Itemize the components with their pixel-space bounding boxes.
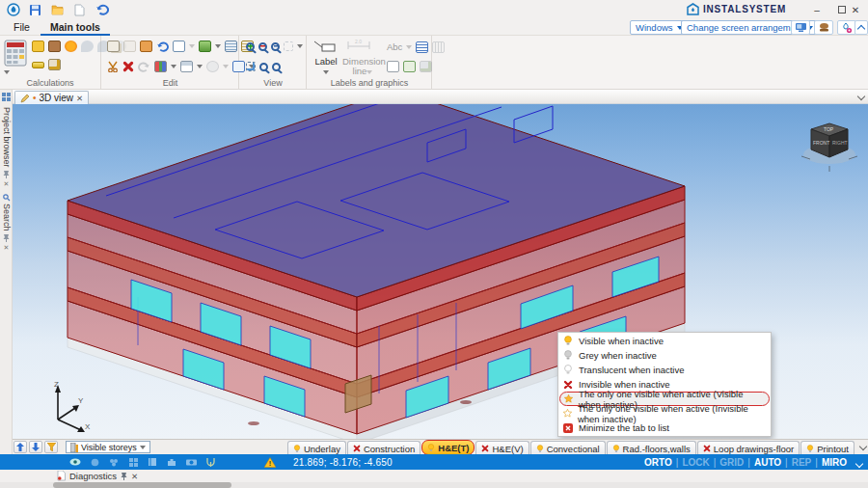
visibility-eye-icon[interactable] — [69, 457, 81, 468]
undo-button[interactable] — [95, 3, 109, 17]
pattern-mode-icon[interactable] — [108, 457, 120, 468]
layer-tab-rad-floors-walls[interactable]: Rad.-floors,walls — [607, 441, 696, 455]
mode-auto[interactable]: AUTO — [754, 457, 781, 468]
heat-source-icon[interactable] — [65, 41, 77, 52]
delete-red-x-icon[interactable] — [122, 61, 134, 72]
label-leader-icon[interactable] — [313, 41, 337, 52]
dimension-style-icon[interactable] — [180, 61, 193, 72]
mode-grid[interactable]: GRID — [719, 457, 744, 468]
move-up-icon[interactable] — [199, 41, 211, 52]
layer-tab-loop-drawings[interactable]: Loop drawings-floor — [697, 441, 800, 455]
collapse-ribbon-button[interactable] — [854, 20, 868, 35]
building-calc-icon[interactable] — [48, 41, 61, 52]
navigation-cube[interactable]: TOP FRONT RIGHT — [799, 116, 860, 176]
menu-item-translucent-when-inactive[interactable]: Translucent when inactive — [559, 363, 770, 377]
select-mode-icon[interactable] — [89, 457, 100, 468]
mode-lock[interactable]: LOCK — [682, 457, 709, 468]
red-x-icon — [353, 445, 361, 452]
visible-storeys-dropdown[interactable]: Visible storeys — [66, 441, 150, 453]
layer-tabs-overflow-chevron[interactable] — [859, 443, 867, 450]
layer-tab-printout[interactable]: Printout — [800, 441, 854, 455]
zoom-area-icon[interactable] — [271, 42, 280, 51]
windows-dropdown[interactable]: Windows — [630, 20, 689, 35]
cube-front-label[interactable]: FRONT — [813, 140, 829, 146]
mode-rep[interactable]: REP — [792, 457, 812, 468]
layers-palette-icon[interactable] — [154, 61, 167, 72]
zoom-out-icon[interactable] — [258, 42, 267, 51]
zoom-selection-icon[interactable] — [246, 62, 256, 71]
measure-fork-icon[interactable] — [204, 457, 216, 468]
layer-tab-construction[interactable]: Construction — [347, 441, 420, 455]
cut-scissors-icon[interactable] — [107, 61, 119, 72]
zoom-in-icon[interactable] — [246, 42, 255, 51]
toolbox-icon[interactable] — [166, 457, 177, 468]
table-insert-icon[interactable] — [403, 61, 416, 72]
pin-icon[interactable] — [3, 170, 10, 178]
storey-filter-button[interactable] — [44, 441, 58, 453]
copy-icon[interactable] — [107, 41, 120, 52]
grid-mode-icon[interactable] — [127, 457, 139, 468]
cube-top-label[interactable]: TOP — [824, 126, 834, 132]
layer-tab-het[interactable]: H&E(T) — [421, 440, 475, 455]
modes-chevron-icon[interactable] — [856, 458, 862, 469]
layers-caret[interactable] — [171, 65, 176, 68]
3d-viewport[interactable]: TOP FRONT RIGHT Z Y X Visible when inact… — [13, 104, 868, 439]
close-panel-icon[interactable]: ✕ — [4, 180, 10, 188]
zoom-all-icon[interactable] — [272, 63, 281, 71]
tab-main-tools[interactable]: Main tools — [41, 19, 110, 36]
warning-icon[interactable]: ! — [264, 457, 276, 468]
close-diagnostics-icon[interactable]: ✕ — [131, 472, 138, 481]
pin-icon[interactable] — [121, 472, 127, 480]
layer-tab-convectional[interactable]: Convectional — [530, 441, 606, 455]
calculator-icon[interactable] — [4, 40, 27, 67]
zoom-window-icon[interactable] — [259, 63, 268, 71]
sidebar-item-project-browser[interactable]: Project browser ✕ — [0, 107, 13, 188]
close-tab-icon[interactable]: ✕ — [76, 94, 83, 103]
layer-tab-underlay[interactable]: Underlay — [287, 441, 346, 455]
save-button[interactable] — [28, 3, 42, 17]
radiator-calc-icon[interactable] — [32, 41, 44, 52]
legend-list-icon[interactable] — [416, 41, 428, 53]
label-button[interactable]: Label — [313, 57, 339, 77]
undo-edit-icon[interactable] — [156, 41, 169, 52]
pin-icon[interactable] — [3, 233, 10, 242]
camera-icon[interactable] — [185, 457, 197, 468]
paste-special-icon[interactable] — [140, 41, 152, 52]
open-button[interactable] — [50, 3, 65, 17]
settings-button[interactable] — [837, 20, 856, 35]
select-frame-icon[interactable] — [173, 41, 185, 52]
tab-file[interactable]: File — [4, 19, 40, 36]
menu-item-only-visible-active-invisible[interactable]: The only one visible when active (Invisi… — [559, 406, 770, 420]
view-caret[interactable] — [297, 44, 303, 48]
ruler-icon[interactable] — [32, 62, 44, 68]
sidebar-item-search[interactable]: Search ✕ — [0, 194, 13, 252]
move-caret[interactable] — [215, 44, 221, 48]
minimize-button[interactable]: – — [804, 0, 829, 19]
new-document-button[interactable] — [72, 3, 87, 17]
diagnostics-tab[interactable]: Diagnostics ✕ — [53, 470, 142, 482]
screen-layout-button[interactable] — [791, 20, 810, 35]
mode-orto[interactable]: ORTO — [644, 457, 672, 468]
panel-grid-icon[interactable] — [2, 93, 11, 101]
tab-3d-view[interactable]: • 3D view ✕ — [14, 91, 89, 104]
results-clipboard-icon[interactable] — [48, 59, 61, 70]
scrollbar-thumb[interactable] — [53, 482, 231, 488]
storey-down-button[interactable] — [29, 441, 42, 453]
table-icon[interactable] — [225, 41, 237, 52]
close-panel-icon[interactable]: ✕ — [4, 244, 10, 252]
cube-right-label[interactable]: RIGHT — [832, 140, 848, 146]
storey-up-button[interactable] — [14, 441, 27, 453]
tab-list-chevron-icon[interactable] — [857, 93, 865, 100]
menu-item-visible-when-inactive[interactable]: Visible when inactive — [559, 334, 770, 348]
mode-miro[interactable]: MIRO — [822, 457, 847, 468]
notebook-icon[interactable] — [147, 457, 158, 468]
close-button[interactable]: ✕ — [843, 0, 868, 19]
calculations-more-caret[interactable] — [4, 70, 10, 74]
stamp-tool-button[interactable] — [814, 20, 833, 35]
menu-item-grey-when-inactive[interactable]: Grey when inactive — [559, 348, 770, 363]
new-sheet-icon[interactable] — [387, 61, 399, 72]
layer-tab-hev[interactable]: H&E(V) — [475, 441, 529, 455]
horizontal-scrollbar[interactable] — [0, 482, 868, 488]
search-icon — [3, 194, 11, 202]
dimension-caret[interactable] — [197, 65, 203, 68]
